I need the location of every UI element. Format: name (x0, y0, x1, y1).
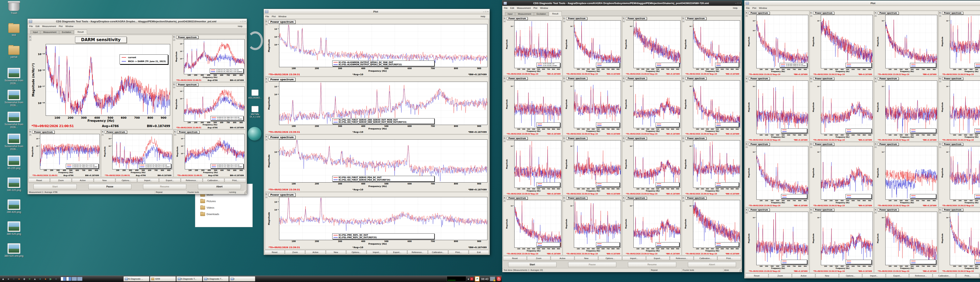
pane-collapse-button[interactable]: ▲ (810, 146, 812, 148)
pane-collapse-button[interactable]: ▲ (875, 211, 877, 214)
plot-area[interactable]: current MICH -> DARM (TF: June 21, 2023) (46, 44, 170, 116)
pane-detach-button[interactable]: ▶ (682, 17, 684, 19)
pane-detach-button[interactable]: ▶ (266, 193, 267, 195)
close-button[interactable]: × (740, 2, 741, 4)
pane-collapse-button[interactable]: ▲ (563, 20, 565, 22)
plot-area[interactable] (633, 140, 681, 188)
menu-item[interactable]: Window (65, 25, 73, 27)
pane-collapse-button[interactable]: ▲ (875, 146, 877, 148)
plot-area[interactable] (885, 81, 937, 134)
pane-detach-button[interactable]: ▶ (682, 196, 684, 199)
toolbar-button[interactable]: Reference... (181, 178, 202, 182)
minimize-button[interactable]: – (483, 11, 484, 13)
pane-detach-button[interactable]: ▶ (563, 77, 565, 79)
titlebar[interactable]: CDS Diagnostic Test Tools - /kagra/Dropb… (28, 19, 247, 24)
toolbar-button[interactable]: Calibration... (428, 250, 448, 254)
folder-list-item[interactable]: Downloads (200, 211, 253, 217)
terminal-thumbnail[interactable] (447, 276, 466, 281)
plot-area[interactable]: K1:PSL-ALIGNMON_OUTPUT_QPDA1_DC_YAW_OUT … (279, 24, 487, 67)
pane-detach-button[interactable]: ▶ (266, 20, 267, 22)
toolbar-button[interactable]: Zoom (285, 250, 305, 254)
pane-collapse-button[interactable]: ▲ (746, 146, 748, 148)
toolbar-button[interactable]: Export... (387, 250, 407, 254)
pane-detach-button[interactable]: ▶ (939, 11, 941, 14)
toolbar-button[interactable]: Import... (862, 274, 886, 278)
run-button[interactable]: Resume (628, 262, 676, 267)
plot-area[interactable] (574, 21, 621, 68)
toolbar-button[interactable]: Active (72, 178, 93, 182)
pane-detach-button[interactable]: ▶ (173, 35, 175, 38)
plot-area[interactable] (514, 80, 562, 128)
toolbar-button[interactable]: Reset (29, 178, 50, 182)
plot-area[interactable] (821, 81, 873, 134)
menu-item-help[interactable]: Help (480, 15, 485, 17)
run-button[interactable]: Start (508, 262, 557, 267)
menu-item[interactable]: Plot (59, 25, 63, 27)
pane-collapse-button[interactable]: ▲ (563, 139, 565, 142)
pane-detach-button[interactable]: ▶ (746, 143, 748, 145)
desktop-icon[interactable]: Trash (2, 2, 26, 22)
pane-detach-button[interactable]: ▶ (504, 77, 506, 79)
toolbar-button[interactable]: Active (305, 250, 325, 254)
pane-collapse-button[interactable]: ▲ (939, 211, 941, 214)
maximize-button[interactable]: □ (737, 2, 738, 4)
minimize-button[interactable]: – (735, 2, 737, 4)
run-button[interactable]: Pause (88, 184, 132, 189)
menu-item[interactable]: Plot (533, 7, 538, 9)
menu-item[interactable]: File (29, 25, 33, 27)
desktop-icon[interactable]: 180-320.png (2, 177, 26, 197)
desktop-icon[interactable]: Screenshot from 2026... (2, 133, 26, 154)
toolbar-button[interactable]: Active (551, 256, 574, 260)
pane-detach-button[interactable]: ▶ (939, 77, 941, 79)
toolbar-button[interactable]: New (575, 256, 598, 260)
pane-detach-button[interactable]: ▶ (810, 77, 812, 79)
pane-collapse-button[interactable]: ▲ (266, 80, 267, 82)
pane-collapse-button[interactable]: ▲ (266, 196, 267, 198)
plot-area[interactable] (756, 81, 808, 134)
toolbar-button[interactable]: Zoom (769, 274, 792, 278)
pane-detach-button[interactable]: ▶ (810, 208, 812, 211)
plot-area[interactable] (821, 15, 873, 68)
pane-collapse-button[interactable]: ▲ (563, 80, 565, 82)
plot-area[interactable] (693, 21, 740, 68)
pane-detach-button[interactable]: ▶ (746, 11, 748, 14)
toolbar-button[interactable]: Active (792, 274, 815, 278)
pane-detach-button[interactable]: ▶ (174, 130, 176, 133)
pane-collapse-button[interactable]: ▲ (939, 146, 941, 148)
run-button[interactable]: Abort (198, 184, 241, 189)
plot-area[interactable]: K1:PSL-ISS_FIRST_SERVO_2ND_SERVO_OUT_MON… (279, 82, 487, 125)
plot-area[interactable]: K1:PEM-ACC_PSL_TABLE_PSL2_X_OUT_DQ K1:PE… (185, 134, 245, 170)
pane-detach-button[interactable]: ▶ (623, 196, 625, 199)
pane-collapse-button[interactable]: ▲ (504, 139, 506, 142)
pane-collapse-button[interactable]: ▲ (102, 133, 104, 136)
pane-collapse-button[interactable]: ▲ (504, 200, 506, 202)
desktop-icon[interactable]: 80-220.png (2, 155, 26, 176)
pane-collapse-button[interactable]: ▲ (682, 200, 684, 202)
toolbar-button[interactable]: Import... (367, 250, 387, 254)
pane-detach-button[interactable]: ▶ (875, 11, 877, 14)
pane-collapse-button[interactable]: ▲ (746, 14, 748, 17)
toolbar-button[interactable]: Options... (598, 256, 622, 260)
toolbar-button[interactable]: Reference... (670, 256, 694, 260)
toolbar-button[interactable]: Export... (886, 274, 909, 278)
desktop-icon[interactable]: yamat (2, 46, 26, 66)
pane-detach-button[interactable]: ▶ (810, 11, 812, 14)
toolbar-button[interactable]: Export... (646, 256, 670, 260)
toolbar-button[interactable]: Reset (265, 250, 285, 254)
toolbar-button[interactable]: Options... (346, 250, 366, 254)
pane-collapse-button[interactable]: ▲ (939, 80, 941, 82)
taskbar-window-button[interactable]: CDS Diagnostic T... (177, 276, 202, 281)
toolbar-button[interactable]: Calibration... (933, 274, 956, 278)
pane-collapse-button[interactable]: ▲ (623, 20, 625, 22)
workspace-4[interactable] (77, 277, 82, 281)
plot-area[interactable]: K1:IMC-CAV_REFL_OUT K1:IMC-CAV_REFL_OUT(… (514, 21, 562, 68)
plot-area[interactable] (756, 212, 808, 265)
tab[interactable]: Input (505, 12, 515, 16)
pane-detach-button[interactable]: ▶ (746, 77, 748, 79)
plot-area[interactable] (756, 146, 808, 200)
pane-detach-button[interactable]: ▶ (266, 135, 267, 138)
launcher-icon[interactable]: ■ (27, 277, 32, 281)
pane-detach-button[interactable]: ▶ (682, 77, 684, 79)
pane-collapse-button[interactable]: ▲ (563, 200, 565, 202)
pane-collapse-button[interactable]: ▲ (682, 80, 684, 82)
